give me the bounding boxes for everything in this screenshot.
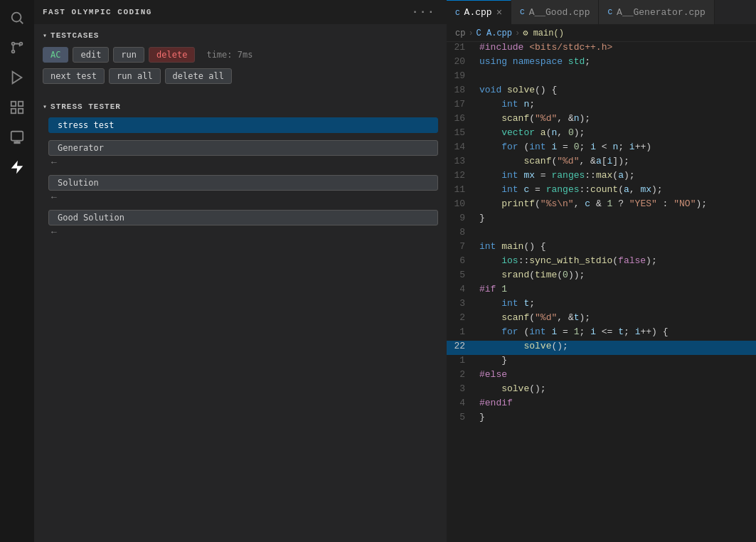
- testcases-section: ▾ TESTCASES AC edit run delete time: 7ms…: [34, 24, 447, 95]
- ac-button[interactable]: AC: [43, 47, 68, 63]
- generator-item: Generator ←: [34, 138, 447, 170]
- code-line-2a: 2 scanf("%d", &t);: [447, 312, 756, 326]
- tab-a-good-cpp[interactable]: C A__Good.cpp: [511, 0, 599, 24]
- generator-arrow: ←: [48, 157, 438, 168]
- breadcrumb-file: C A.cpp: [477, 28, 512, 38]
- code-line-16: 16 scanf("%d", &n);: [447, 113, 756, 127]
- testcases-label: TESTCASES: [50, 31, 99, 40]
- sidebar-title-text: FAST OLYMPIC CODING: [43, 8, 152, 16]
- tab-bar: C A.cpp × C A__Good.cpp C A__Generator.c…: [447, 0, 756, 25]
- code-line-22-solve: 22 solve();: [447, 341, 756, 355]
- code-line-13: 13 scanf("%d", &a[i]);: [447, 156, 756, 170]
- testcases-arrow: ▾: [43, 31, 48, 40]
- code-line-1-for: 1 for (int i = 1; i <= t; i++) {: [447, 326, 756, 341]
- code-line-6: 6 ios::sync_with_stdio(false);: [447, 255, 756, 270]
- next-test-button[interactable]: next test: [43, 68, 105, 84]
- search-icon[interactable]: [5, 6, 29, 30]
- good-solution-arrow: ←: [48, 227, 438, 238]
- stress-test-item: stress test: [34, 115, 447, 135]
- code-line-14: 14 for (int i = 0; i < n; i++): [447, 142, 756, 156]
- delete-button[interactable]: delete: [149, 47, 195, 63]
- tab-a-good-label: A__Good.cpp: [529, 7, 590, 18]
- lightning-icon[interactable]: [5, 155, 29, 179]
- generator-button[interactable]: Generator: [48, 140, 438, 156]
- solution-button[interactable]: Solution: [48, 175, 438, 191]
- delete-all-button[interactable]: delete all: [165, 68, 232, 84]
- code-line-20: 20 using namespace std;: [447, 56, 756, 70]
- tab-a-cpp-label: A.cpp: [464, 7, 492, 18]
- code-editor[interactable]: 21 #include <bits/stdc++.h> 20 using nam…: [447, 42, 756, 542]
- editor-area: C A.cpp × C A__Good.cpp C A__Generator.c…: [447, 0, 756, 542]
- tab-a-good-icon: C: [520, 8, 525, 16]
- code-line-18: 18 void solve() {: [447, 85, 756, 99]
- code-line-3-solve: 3 solve();: [447, 383, 756, 398]
- code-line-5-brace: 5 }: [447, 412, 756, 426]
- svg-rect-10: [11, 109, 16, 113]
- svg-rect-13: [14, 142, 19, 143]
- code-line-8: 8: [447, 227, 756, 241]
- breadcrumb-cp: cp: [455, 28, 465, 38]
- svg-marker-6: [13, 72, 22, 84]
- stress-tester-label: STRESS TESTER: [50, 102, 121, 111]
- tab-a-cpp-icon: C: [455, 9, 460, 17]
- svg-rect-9: [18, 102, 23, 106]
- testcases-header[interactable]: ▾ TESTCASES: [34, 27, 447, 44]
- code-line-11: 11 int c = ranges::count(a, mx);: [447, 184, 756, 198]
- run-button[interactable]: run: [113, 47, 144, 63]
- good-solution-button[interactable]: Good Solution: [48, 210, 438, 225]
- code-line-3a: 3 int t;: [447, 298, 756, 312]
- code-line-21: 21 #include <bits/stdc++.h>: [447, 42, 756, 56]
- code-line-10: 10 printf("%s\n", c & 1 ? "YES" : "NO");: [447, 198, 756, 213]
- tab-a-cpp[interactable]: C A.cpp ×: [447, 0, 511, 24]
- sidebar: FAST OLYMPIC CODING ··· ▾ TESTCASES AC e…: [34, 0, 447, 542]
- svg-rect-12: [11, 132, 23, 141]
- stress-tester-header[interactable]: ▾ STRESS TESTER: [34, 98, 447, 115]
- testcase-buttons-row1: AC edit run delete time: 7ms: [34, 44, 447, 67]
- code-line-17: 17 int n;: [447, 99, 756, 113]
- extensions-icon[interactable]: [5, 95, 29, 119]
- svg-point-2: [12, 43, 15, 46]
- sidebar-title: FAST OLYMPIC CODING ···: [34, 0, 447, 24]
- code-line-7: 7 int main() {: [447, 241, 756, 255]
- testcase-buttons-row2: next test run all delete all: [34, 67, 447, 90]
- code-line-4-endif: 4 #endif: [447, 398, 756, 412]
- tab-a-cpp-close[interactable]: ×: [496, 8, 502, 18]
- stress-tester-section: ▾ STRESS TESTER stress test Generator ← …: [34, 95, 447, 248]
- svg-rect-11: [18, 109, 23, 113]
- code-line-9: 9 }: [447, 213, 756, 227]
- code-line-2-else: 2 #else: [447, 369, 756, 383]
- code-line-1-brace: 1 }: [447, 355, 756, 369]
- code-line-12: 12 int mx = ranges::max(a);: [447, 170, 756, 184]
- code-line-4a: 4 #if 1: [447, 284, 756, 298]
- svg-rect-8: [11, 102, 16, 106]
- breadcrumb-fn: ⚙ main(): [523, 28, 564, 38]
- source-control-icon[interactable]: [5, 36, 29, 60]
- svg-line-1: [20, 21, 23, 23]
- tab-a-gen-label: A__Generator.cpp: [617, 7, 706, 18]
- edit-button[interactable]: edit: [73, 47, 109, 63]
- good-solution-item: Good Solution ←: [34, 208, 447, 240]
- svg-point-4: [12, 51, 15, 53]
- tab-a-gen-icon: C: [607, 8, 612, 16]
- code-line-5a: 5 srand(time(0));: [447, 270, 756, 284]
- run-debug-icon[interactable]: [5, 65, 29, 90]
- run-all-button[interactable]: run all: [109, 68, 161, 84]
- code-line-15: 15 vector a(n, 0);: [447, 127, 756, 142]
- solution-item: Solution ←: [34, 173, 447, 205]
- svg-point-0: [12, 13, 21, 22]
- stress-tester-arrow: ▾: [43, 102, 48, 111]
- remote-icon[interactable]: [5, 125, 29, 149]
- tab-a-generator-cpp[interactable]: C A__Generator.cpp: [599, 0, 714, 24]
- activity-bar: [0, 0, 34, 542]
- stress-test-button[interactable]: stress test: [48, 117, 438, 133]
- breadcrumb: cp › C A.cpp › ⚙ main(): [447, 25, 756, 42]
- svg-marker-15: [11, 161, 23, 174]
- solution-arrow: ←: [48, 192, 438, 203]
- time-display: time: 7ms: [199, 48, 260, 62]
- code-line-19: 19: [447, 70, 756, 85]
- sidebar-more-button[interactable]: ···: [412, 6, 438, 18]
